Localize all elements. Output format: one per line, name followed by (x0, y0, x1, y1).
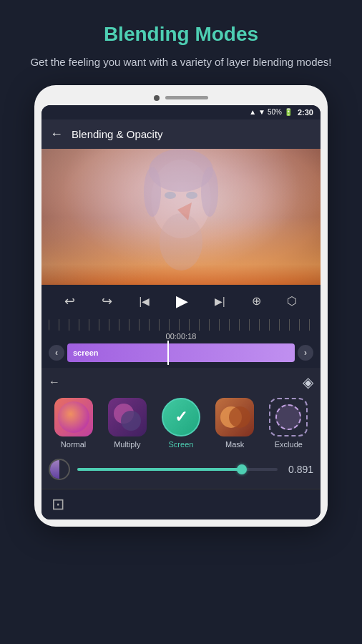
skip-end-button[interactable]: ▶| (215, 296, 225, 307)
status-time: 2:30 (298, 108, 313, 117)
face-silhouette (138, 149, 224, 278)
phone-speaker (165, 96, 208, 99)
timestamp: 00:00:18 (49, 332, 313, 341)
rewind-button[interactable]: ↩ (64, 293, 75, 309)
battery-icon: 🔋 (284, 108, 293, 116)
blend-icon-area: ◈ (66, 374, 313, 391)
exclude-label: Exclude (275, 440, 303, 449)
svg-point-4 (201, 167, 218, 217)
opacity-value: 0.891 (285, 464, 313, 475)
opacity-slider[interactable] (77, 468, 278, 471)
svg-point-8 (58, 401, 89, 433)
exclude-inner-icon (275, 404, 301, 430)
blend-mode-multiply[interactable]: Multiply (108, 398, 147, 449)
timeline-track-label: screen (73, 348, 98, 357)
controls-bar: ↩ ↪ |◀ ▶ ▶| ⊕ ⬡ (41, 285, 321, 318)
timeline-track-row: ‹ screen › (49, 343, 313, 362)
opacity-slider-thumb[interactable] (237, 464, 247, 474)
blend-panel: ← ◈ (41, 368, 321, 489)
svg-point-5 (165, 192, 176, 199)
exclude-icon (269, 398, 308, 436)
blend-mode-screen[interactable]: ✓ Screen (162, 398, 200, 449)
header-section: Blending Modes Get the feeling you want … (0, 0, 362, 85)
skip-start-button[interactable]: |◀ (139, 296, 150, 307)
timeline-section: 00:00:18 ‹ screen › (41, 318, 321, 368)
status-icons: ▲ ▼ 50% 🔋 2:30 (249, 108, 313, 117)
blend-mode-mask[interactable]: Mask (215, 398, 254, 449)
screen-check-icon: ✓ (175, 408, 187, 426)
svg-point-12 (229, 406, 250, 428)
blend-back-button[interactable]: ← (49, 376, 60, 389)
wifi-icon: ▼ (258, 108, 265, 116)
opacity-slider-fill (77, 468, 242, 471)
back-button[interactable]: ← (50, 127, 63, 142)
normal-label: Normal (61, 440, 86, 449)
svg-point-1 (160, 213, 202, 270)
screen-label: Screen (169, 440, 194, 449)
blend-modes-row: Normal Multiply ✓ (49, 398, 313, 449)
timeline-next-button[interactable]: › (298, 345, 313, 361)
page-title: Blending Modes (29, 23, 333, 46)
timeline-cursor (167, 341, 169, 365)
mask-icon (215, 398, 254, 436)
svg-point-6 (186, 192, 197, 199)
forward-button[interactable]: ↪ (102, 293, 112, 309)
phone-container: ▲ ▼ 50% 🔋 2:30 ← Blending & Opacity (34, 85, 328, 527)
phone-camera (154, 95, 160, 101)
blend-mode-exclude[interactable]: Exclude (269, 398, 308, 449)
blend-panel-header: ← ◈ (49, 374, 313, 391)
status-bar: ▲ ▼ 50% 🔋 2:30 (41, 105, 321, 119)
bottom-toolbar: ⊡ (41, 489, 321, 519)
phone-notch (41, 95, 321, 101)
video-preview (41, 149, 321, 285)
bookmark-button[interactable]: ⊕ (252, 294, 261, 308)
play-button[interactable]: ▶ (176, 292, 188, 311)
normal-icon (54, 398, 93, 436)
phone-screen: ▲ ▼ 50% 🔋 2:30 ← Blending & Opacity (41, 105, 321, 519)
page-subtitle: Get the feeling you want with a variety … (29, 54, 333, 71)
blend-mode-normal[interactable]: Normal (54, 398, 93, 449)
export-button[interactable]: ⬡ (287, 294, 297, 308)
timeline-prev-button[interactable]: ‹ (49, 345, 64, 361)
battery-indicator: 50% (268, 108, 282, 116)
opacity-row: 0.891 (49, 456, 313, 483)
opacity-icon (49, 459, 70, 480)
screen-icon: ✓ (162, 398, 200, 436)
multiply-label: Multiply (114, 440, 140, 449)
timeline-ruler (49, 319, 313, 331)
crop-button[interactable]: ⊡ (52, 495, 64, 514)
signal-icon: ▲ (249, 108, 256, 116)
opacity-icon-half (50, 460, 59, 479)
timeline-track[interactable]: screen (67, 343, 295, 362)
diamond-icon: ◈ (303, 374, 313, 391)
app-header-title: Blending & Opacity (72, 128, 163, 140)
multiply-icon (108, 398, 147, 436)
svg-point-3 (144, 167, 161, 217)
svg-point-10 (121, 411, 141, 431)
mask-label: Mask (225, 440, 244, 449)
app-header: ← Blending & Opacity (41, 119, 321, 149)
